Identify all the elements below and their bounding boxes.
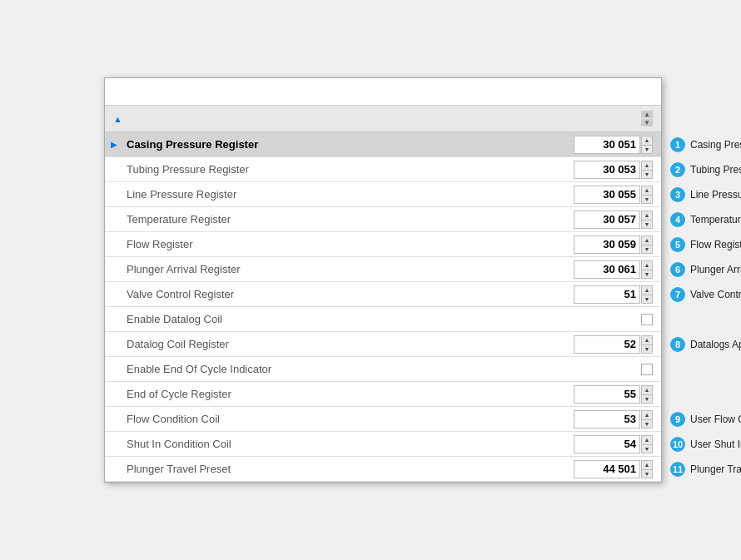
row-value-datalog-coil-register: 52 (574, 335, 640, 354)
table-row-datalog-coil-register[interactable]: Datalog Coil Register52▲▼ (105, 332, 661, 357)
row-label-tubing-pressure-register: Tubing Pressure Register (123, 159, 574, 180)
spinner-down-casing-pressure-register[interactable]: ▼ (641, 145, 653, 154)
spinner-down-datalog-coil-register[interactable]: ▼ (641, 344, 653, 354)
spinner-down-valve-control-register[interactable]: ▼ (641, 295, 653, 304)
spinner-up-flow-condition-coil[interactable]: ▲ (641, 410, 653, 419)
spinner-up-temperature-register[interactable]: ▲ (641, 211, 653, 220)
row-label-plunger-arrival-register: Plunger Arrival Register (123, 259, 574, 280)
row-value-plunger-travel-preset: 44 501 (574, 460, 640, 478)
badge-label-plunger-travel-preset: Plunger Travel Preset (690, 463, 741, 475)
table-row-line-pressure-register[interactable]: Line Pressure Register30 055▲▼ (105, 182, 661, 207)
spinner-up-shut-in-condition-coil[interactable]: ▲ (641, 435, 653, 444)
badge-valve-control-register: 7Valve Control Register (670, 287, 741, 302)
row-label-enable-datalog-coil: Enable Datalog Coil (123, 309, 574, 330)
table-row-flow-condition-coil[interactable]: Flow Condition Coil53▲▼ (105, 407, 661, 432)
spinner-up-datalog-coil-register[interactable]: ▲ (641, 335, 653, 344)
table-row-shut-in-condition-coil[interactable]: Shut In Condition Coil54▲▼ (105, 432, 661, 457)
row-value-line-pressure-register: 30 055 (574, 186, 640, 204)
spinner-down-temperature-register[interactable]: ▼ (641, 220, 653, 229)
badge-num-plunger-travel-preset: 11 (670, 462, 685, 477)
badge-label-flow-condition-coil: User Flow Condition Coil (690, 414, 741, 425)
scroll-up-btn[interactable]: ▲ (641, 111, 653, 118)
table-row-casing-pressure-register[interactable]: ▶Casing Pressure Register30 051▲▼ (105, 132, 661, 157)
spinner-up-plunger-travel-preset[interactable]: ▲ (641, 460, 653, 469)
row-value-container-shut-in-condition-coil: 54▲▼ (574, 435, 653, 453)
badge-label-casing-pressure-register: Casing Pressure Register (690, 139, 741, 151)
badge-plunger-arrival-register: 6Plunger Arrival Register (670, 262, 741, 277)
section-collapse-icon[interactable]: ▲ (113, 114, 122, 124)
row-value-container-tubing-pressure-register: 30 053▲▼ (574, 161, 653, 179)
row-expand-casing-pressure-register[interactable]: ▶ (105, 140, 123, 149)
config-window: ▲ ▲ ▼ ▶Casing Pressure Register30 051▲▼T… (104, 77, 662, 483)
row-value-plunger-arrival-register: 30 061 (574, 260, 640, 279)
spinner-flow-register: ▲▼ (641, 235, 653, 254)
row-value-container-plunger-arrival-register: 30 061▲▼ (574, 260, 653, 279)
spinner-temperature-register: ▲▼ (641, 211, 653, 229)
table-row-flow-register[interactable]: Flow Register30 059▲▼ (105, 232, 661, 257)
spinner-plunger-arrival-register: ▲▼ (641, 260, 653, 279)
spinner-up-tubing-pressure-register[interactable]: ▲ (641, 161, 653, 170)
spinner-shut-in-condition-coil: ▲▼ (641, 435, 653, 453)
row-value-flow-register: 30 059 (574, 235, 640, 254)
spinner-down-line-pressure-register[interactable]: ▼ (641, 195, 653, 204)
spinner-up-end-of-cycle-register[interactable]: ▲ (641, 385, 653, 394)
row-value-tubing-pressure-register: 30 053 (574, 161, 640, 179)
window-subtitle (105, 92, 661, 105)
row-label-enable-end-of-cycle-indicator: Enable End Of Cycle Indicator (123, 359, 574, 379)
spinner-plunger-travel-preset: ▲▼ (641, 460, 653, 478)
spinner-down-tubing-pressure-register[interactable]: ▼ (641, 170, 653, 179)
row-value-end-of-cycle-register: 55 (574, 385, 640, 404)
badge-label-flow-register: Flow Register (690, 239, 741, 250)
scroll-buttons[interactable]: ▲ ▼ (641, 111, 653, 126)
spinner-down-flow-condition-coil[interactable]: ▼ (641, 419, 653, 429)
rows-container: ▶Casing Pressure Register30 051▲▼Tubing … (105, 132, 661, 482)
checkbox-container-enable-end-of-cycle-indicator (574, 364, 653, 375)
badge-temperature-register: 4Temperature Register (670, 212, 741, 227)
table-row-enable-datalog-coil[interactable]: Enable Datalog Coil (105, 307, 661, 332)
table-row-enable-end-of-cycle-indicator[interactable]: Enable End Of Cycle Indicator (105, 357, 661, 382)
row-value-shut-in-condition-coil: 54 (574, 435, 640, 453)
badge-num-line-pressure-register: 3 (670, 187, 685, 202)
table-row-plunger-travel-preset[interactable]: Plunger Travel Preset44 501▲▼ (105, 457, 661, 482)
scroll-down-btn[interactable]: ▼ (641, 119, 653, 126)
table-row-temperature-register[interactable]: Temperature Register30 057▲▼ (105, 207, 661, 232)
spinner-up-casing-pressure-register[interactable]: ▲ (641, 136, 653, 145)
row-label-flow-condition-coil: Flow Condition Coil (123, 409, 574, 429)
badge-num-casing-pressure-register: 1 (670, 137, 685, 152)
row-value-temperature-register: 30 057 (574, 211, 640, 229)
badge-tubing-pressure-register: 2Tubing Pressure Register (670, 162, 741, 177)
row-label-flow-register: Flow Register (123, 234, 574, 255)
row-value-container-valve-control-register: 51▲▼ (574, 285, 653, 304)
badge-label-datalog-coil-register: Datalogs Application Interface (690, 339, 741, 350)
spinner-up-valve-control-register[interactable]: ▲ (641, 285, 653, 295)
spinner-down-plunger-travel-preset[interactable]: ▼ (641, 469, 653, 478)
table-row-tubing-pressure-register[interactable]: Tubing Pressure Register30 053▲▼ (105, 157, 661, 182)
row-label-end-of-cycle-register: End of Cycle Register (123, 384, 574, 404)
row-label-casing-pressure-register: Casing Pressure Register (123, 134, 574, 155)
table-row-valve-control-register[interactable]: Valve Control Register51▲▼ (105, 282, 661, 307)
spinner-down-flow-register[interactable]: ▼ (641, 245, 653, 254)
badge-label-temperature-register: Temperature Register (690, 214, 741, 225)
badge-casing-pressure-register: 1Casing Pressure Register (670, 137, 741, 152)
spinner-up-flow-register[interactable]: ▲ (641, 235, 653, 245)
table-row-end-of-cycle-register[interactable]: End of Cycle Register55▲▼ (105, 382, 661, 407)
table-row-plunger-arrival-register[interactable]: Plunger Arrival Register30 061▲▼ (105, 257, 661, 282)
spinner-up-plunger-arrival-register[interactable]: ▲ (641, 260, 653, 270)
spinner-casing-pressure-register: ▲▼ (641, 136, 653, 154)
badge-num-shut-in-condition-coil: 10 (670, 437, 685, 452)
spinner-down-end-of-cycle-register[interactable]: ▼ (641, 394, 653, 404)
section-header: ▲ ▲ ▼ (105, 105, 661, 132)
row-label-valve-control-register: Valve Control Register (123, 284, 574, 305)
row-value-container-temperature-register: 30 057▲▼ (574, 211, 653, 229)
checkbox-enable-datalog-coil[interactable] (641, 314, 653, 325)
row-value-container-end-of-cycle-register: 55▲▼ (574, 385, 653, 404)
badge-num-tubing-pressure-register: 2 (670, 162, 685, 177)
window-title (105, 78, 661, 92)
checkbox-enable-end-of-cycle-indicator[interactable] (641, 364, 653, 375)
spinner-down-plunger-arrival-register[interactable]: ▼ (641, 270, 653, 279)
spinner-up-line-pressure-register[interactable]: ▲ (641, 186, 653, 195)
spinner-down-shut-in-condition-coil[interactable]: ▼ (641, 444, 653, 453)
row-value-container-flow-condition-coil: 53▲▼ (574, 410, 653, 429)
spinner-end-of-cycle-register: ▲▼ (641, 385, 653, 404)
badge-num-datalog-coil-register: 8 (670, 337, 685, 352)
